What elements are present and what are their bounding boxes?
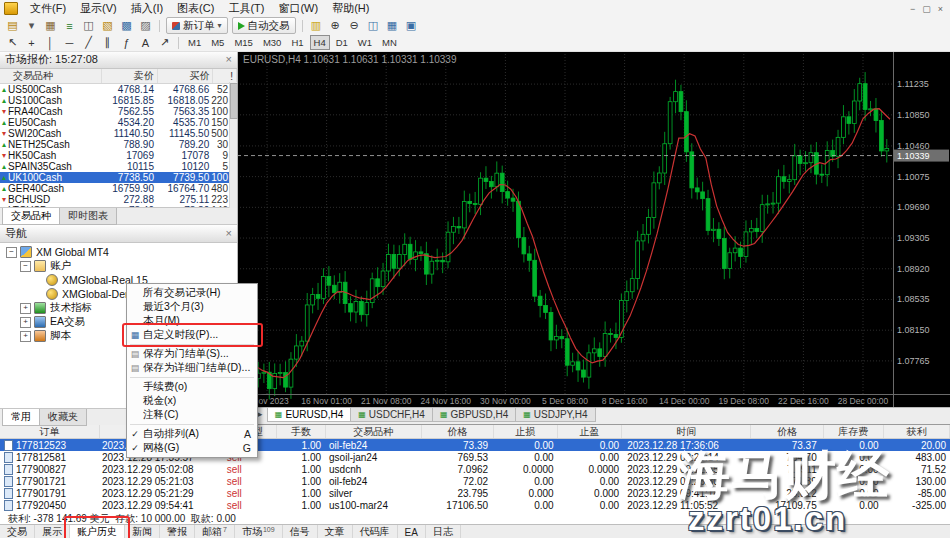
menu-help[interactable]: 帮助(H) [325, 0, 376, 18]
market-watch-row[interactable]: ▾BCHUSD272.88275.11223 [0, 194, 230, 205]
history-col-7[interactable]: 止盈 [558, 425, 622, 438]
strategy-tester-icon[interactable]: ▨ [137, 18, 154, 33]
timeframe-m5[interactable]: M5 [207, 35, 228, 50]
expander-icon[interactable]: + [20, 317, 31, 328]
navigator-tab-favorites[interactable]: 收藏夹 [39, 409, 87, 426]
terminal-tab-news[interactable]: 新闻 [125, 525, 160, 538]
history-col-0[interactable]: 订单 [0, 425, 100, 438]
arrow-tools-icon[interactable]: ↗ [156, 35, 173, 50]
menu-insert[interactable]: 插入(I) [124, 0, 170, 18]
history-col-8[interactable]: 时间 [622, 425, 751, 438]
menu-file[interactable]: 文件(F) [23, 0, 73, 18]
market-watch-row[interactable]: ▴GER40Cash16759.9016764.70480 [0, 183, 230, 194]
context-menu-item-custom-period[interactable]: ▦自定义时段(P)... [127, 328, 257, 342]
new-chart-icon[interactable]: ▤ [4, 18, 21, 33]
market-watch-tab-symbols[interactable]: 交易品种 [2, 208, 60, 225]
new-chart-dropdown-icon[interactable]: ▾ [23, 18, 40, 33]
zoom-out-icon[interactable]: ⊖ [346, 18, 363, 33]
context-menu-item-last-3-months[interactable]: 最近3个月(3) [127, 300, 257, 314]
menu-tools[interactable]: 工具(T) [221, 0, 271, 18]
context-menu-item-commissions[interactable]: 手续费(o) [127, 380, 257, 394]
history-row[interactable]: 1779017212023.12.29 05:21:03sell1.00oil-… [0, 475, 950, 487]
mw-col-2[interactable]: 买价 [158, 69, 214, 83]
market-watch-row[interactable]: ▴SPAIN35Cash10115101205 [0, 161, 230, 172]
timeframe-m1[interactable]: M1 [184, 35, 205, 50]
timeframe-mn[interactable]: MN [378, 35, 401, 50]
context-menu-item-all-history[interactable]: 所有交易记录(H) [127, 286, 257, 300]
context-menu-item-save-as-report[interactable]: ▤保存为门结单(S)... [127, 347, 257, 361]
terminal-tab-alerts[interactable]: 警报 [160, 525, 195, 538]
history-col-4[interactable]: 交易品种 [326, 425, 422, 438]
expander-icon[interactable]: + [20, 331, 31, 342]
chart-tab-usdchf-h4[interactable]: ▦USDCHF,H4 [350, 408, 433, 422]
market-watch-scrollbar[interactable] [229, 82, 237, 208]
market-watch-row[interactable]: ▾SWI20Cash11140.5011145.50500 [0, 128, 230, 139]
tile-windows-icon[interactable]: ◫ [365, 18, 382, 33]
history-col-11[interactable]: 获利 [884, 425, 950, 438]
history-col-3[interactable]: 手数 [277, 425, 325, 438]
chart-canvas[interactable]: 8 Nov 202316 Nov 01:0021 Nov 08:0024 Nov… [237, 51, 950, 408]
text-label-icon[interactable]: A [137, 35, 154, 50]
context-menu-item-auto-arrange[interactable]: ✓自动排列(A)A [127, 427, 257, 441]
horizontal-line-icon[interactable]: ─ [61, 35, 78, 50]
metaeditor-icon[interactable]: ▥ [308, 18, 325, 33]
navigator-tab-common[interactable]: 常用 [2, 409, 40, 426]
mw-col-3[interactable]: ! [213, 69, 237, 83]
history-row[interactable]: 1779008272023.12.29 05:02:08sell1.00usdc… [0, 463, 950, 475]
market-watch-tab-tick-chart[interactable]: 即时图表 [59, 208, 117, 225]
chart-tab-gbpusd-h4[interactable]: ▦GBPUSD,H4 [432, 408, 516, 422]
market-watch-row[interactable]: ▾HK50Cash17069170789 [0, 150, 230, 161]
fibonacci-icon[interactable]: ƒ [118, 35, 135, 50]
vertical-line-icon[interactable]: │ [42, 35, 59, 50]
terminal-tab-journal[interactable]: 日志 [426, 525, 461, 538]
context-menu-item-this-month[interactable]: 本月(M) [127, 314, 257, 328]
close-icon[interactable]: × [226, 228, 232, 239]
cascade-windows-icon[interactable]: ▦ [384, 18, 401, 33]
context-menu-item-comments[interactable]: 注释(C) [127, 408, 257, 422]
nav-item-accounts[interactable]: −账户 [0, 259, 237, 273]
timeframe-h1[interactable]: H1 [287, 35, 307, 50]
timeframe-m30[interactable]: M30 [259, 35, 285, 50]
timeframe-m15[interactable]: M15 [230, 35, 256, 50]
terminal-tab-codebase[interactable]: 代码库 [353, 525, 398, 538]
market-watch-row[interactable]: ▴UK100Cash7738.507739.50100 [0, 172, 230, 183]
history-col-5[interactable]: 价格 [422, 425, 494, 438]
new-order-button[interactable]: 新订单▾ [166, 17, 228, 34]
close-icon[interactable]: × [938, 4, 943, 14]
market-watch-row[interactable]: ▴US100Cash16815.8516818.05220 [0, 95, 230, 106]
timeframe-d1[interactable]: D1 [332, 35, 352, 50]
market-watch-row[interactable]: ▴NETH25Cash788.90789.2030 [0, 139, 230, 150]
terminal-tab-signals[interactable]: 信号 [283, 525, 318, 538]
cursor-icon[interactable]: ↖ [4, 35, 21, 50]
arrange-windows-icon[interactable]: ▣ [403, 18, 420, 33]
menu-view[interactable]: 显示(V) [73, 0, 124, 18]
scrollbar-thumb[interactable] [230, 83, 238, 119]
menu-window[interactable]: 窗口(W) [271, 0, 325, 18]
history-col-6[interactable]: 止损 [494, 425, 558, 438]
expander-icon[interactable]: − [20, 261, 31, 272]
autotrading-button[interactable]: 自动交易 [232, 17, 296, 34]
nav-item-xm-global-mt4[interactable]: −XM Global MT4 [0, 245, 237, 259]
terminal-tab-ea[interactable]: EA [398, 525, 426, 538]
terminal-tab-exposure[interactable]: 展示 [35, 525, 70, 538]
terminal-tab-account-history[interactable]: 账户历史 [70, 525, 125, 538]
timeframe-h4[interactable]: H4 [310, 35, 330, 50]
minimize-icon[interactable]: − [910, 4, 915, 14]
expander-icon[interactable]: + [20, 303, 31, 314]
terminal-tab-mailbox[interactable]: 邮箱7 [195, 525, 235, 538]
market-watch-row[interactable]: ▾FRA40Cash7562.557563.35100 [0, 106, 230, 117]
chart-tab-usdjpy-h4[interactable]: ▦USDJPY,H4 [515, 408, 595, 422]
context-menu-item-save-as-detailed-report[interactable]: ▤保存为详细门结单(D)... [127, 361, 257, 375]
mw-col-1[interactable]: 卖价 [102, 69, 158, 83]
history-row[interactable]: 1779017912023.12.29 05:21:29sell1.00silv… [0, 487, 950, 499]
history-col-10[interactable]: 库存费 [824, 425, 884, 438]
timeframe-w1[interactable]: W1 [354, 35, 376, 50]
terminal-tab-articles[interactable]: 文章 [318, 525, 353, 538]
profiles-icon[interactable]: ▦ [42, 18, 59, 33]
navigator-icon[interactable]: ▧ [99, 18, 116, 33]
data-window-icon[interactable]: ◫ [80, 18, 97, 33]
market-watch-row[interactable]: ▴US500Cash4768.144768.6652 [0, 84, 230, 95]
mw-col-0[interactable]: 交易品种 [0, 69, 102, 83]
history-row[interactable]: 1779204502023.12.29 09:54:41sell1.00us10… [0, 499, 950, 511]
zoom-in-icon[interactable]: ⊕ [327, 18, 344, 33]
